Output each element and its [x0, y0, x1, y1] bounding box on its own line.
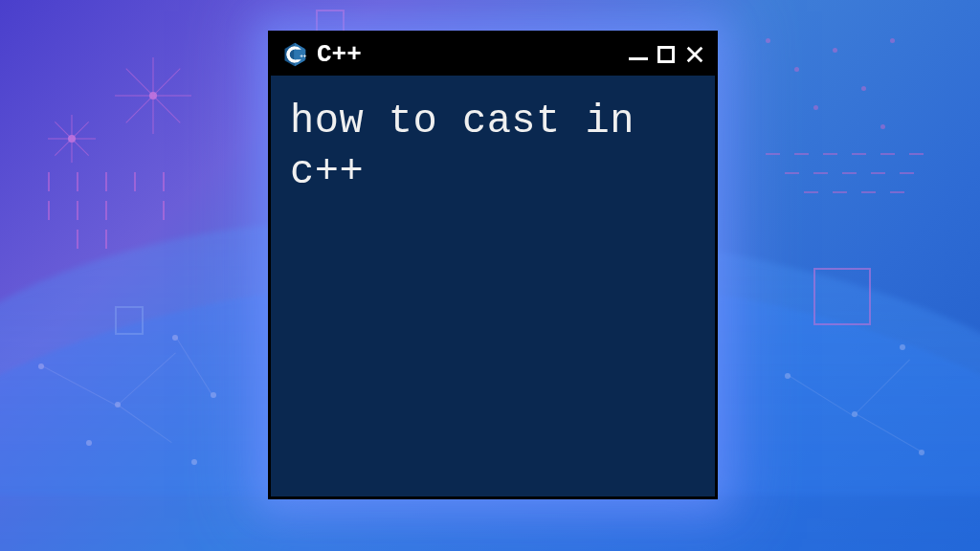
window-title: C++ [317, 40, 621, 69]
terminal-body[interactable]: how to cast in c++ [271, 76, 715, 218]
terminal-window: + + C++ how to cast in c++ [268, 31, 718, 499]
svg-text:+: + [303, 53, 307, 59]
terminal-text: how to cast in c++ [290, 97, 696, 197]
minimize-icon [629, 57, 648, 60]
maximize-icon [657, 46, 675, 63]
cpp-logo-icon: + + [280, 40, 309, 69]
window-titlebar[interactable]: + + C++ [271, 33, 715, 76]
maximize-button[interactable] [657, 46, 675, 63]
window-controls [629, 44, 705, 65]
close-button[interactable] [684, 44, 705, 65]
minimize-button[interactable] [629, 50, 648, 60]
close-icon [684, 44, 705, 65]
